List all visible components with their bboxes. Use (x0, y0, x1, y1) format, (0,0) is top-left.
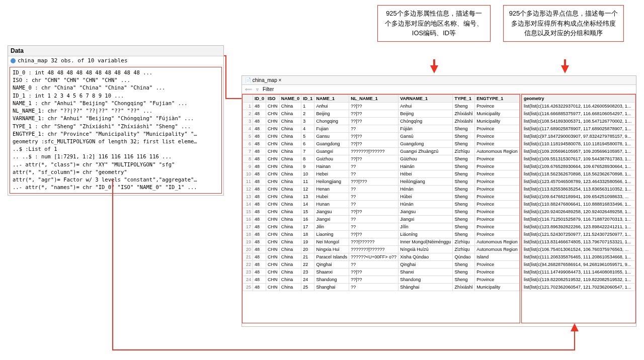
table-row[interactable]: 2148CHNChina21Paracel Islands??????<U+00… (243, 253, 520, 261)
cell: Province (475, 261, 520, 268)
cell: CHN (266, 246, 280, 253)
table-row[interactable]: 948CHNChina9Hainan??HainánShengProvince (243, 163, 520, 170)
geometry-grid[interactable]: geometrylist(list(c(116.426322937012, 11… (521, 94, 636, 323)
table-row[interactable]: list(list(c(109.205696105957, 109.205696… (522, 148, 635, 155)
table-row[interactable]: list(list(c(119.822082519532, 119.822082… (522, 276, 635, 284)
cell: China (279, 186, 301, 193)
table-row[interactable]: 1348CHNChina13Hubei??HúbeiShengProvince (243, 193, 520, 201)
table-row[interactable]: 148CHNChina1Anhui??|??AnhuiShengProvince (243, 103, 520, 110)
table-row[interactable]: 1748CHNChina17Jilin??JílínShengProvince (243, 223, 520, 231)
cell: 23 (243, 268, 253, 276)
table-row[interactable]: list(list(c(109.676528930664, 109.676528… (522, 163, 635, 170)
cell: 12 (301, 186, 314, 193)
cell: ?? (349, 284, 398, 291)
cell: CHN (266, 170, 280, 178)
col-header[interactable]: NL_NAME_1 (349, 95, 398, 103)
table-row[interactable]: 1948CHNChina19Nei Mongol???|??????Inner … (243, 238, 520, 246)
col-header[interactable]: ENGTYPE_1 (475, 95, 520, 103)
col-header[interactable]: VARNAME_1 (398, 95, 453, 103)
cell: 9 (243, 163, 253, 170)
tab-label: china_map (253, 77, 277, 83)
table-row[interactable]: 1448CHNChina14Hunan??HúnánShengProvince (243, 201, 520, 208)
table-row[interactable]: 2248CHNChina22Qinghai??QinghaiShengProvi… (243, 261, 520, 268)
table-row[interactable]: 2548CHNChina25Shanghai??ShànghaiZhíxiásh… (243, 284, 520, 291)
cell: 4 (301, 125, 314, 133)
table-row[interactable]: list(list(c(123.896392822266, 123.898422… (522, 223, 635, 231)
table-row[interactable]: 2048CHNChina20Ningxia Hui???????|??????N… (243, 246, 520, 253)
table-row[interactable]: 448CHNChina4Fujian??FújiànShengProvince (243, 125, 520, 133)
col-header[interactable]: geometry (522, 95, 635, 103)
table-row[interactable]: list(list(c(111.208335876465, 111.208610… (522, 253, 635, 261)
cell: Shandong (314, 276, 349, 284)
table-row[interactable]: 1848CHNChina18Liaoning??|??LiáoníngSheng… (243, 231, 520, 238)
table-row[interactable]: list(list(c(113.825538635254, 113.836563… (522, 186, 635, 193)
table-row[interactable]: list(list(c(109.647682189941, 109.654251… (522, 193, 635, 201)
table-row[interactable]: 548CHNChina5Gansu??|??GansùShengProvince (243, 133, 520, 140)
cell: China (279, 118, 301, 125)
table-row[interactable]: list(list(c(97.1847290003907, 97.8324279… (522, 133, 635, 140)
table-row[interactable]: 1548CHNChina15Jiangsu??|??JiangsuShengPr… (243, 208, 520, 216)
table-row[interactable]: 1248CHNChina12Henan??HénánShengProvince (243, 186, 520, 193)
cell: 48 (253, 170, 266, 178)
col-header[interactable]: ID_0 (253, 95, 266, 103)
table-row[interactable]: 348CHNChina3Chongqing??|??ChóngqìngZhíxi… (243, 118, 520, 125)
col-header[interactable]: ISO (266, 95, 280, 103)
cell: ?? (349, 186, 398, 193)
table-row[interactable]: 848CHNChina8Guizhou??|??GùizhouShengProv… (243, 155, 520, 163)
table-row[interactable]: list(list(c(110.882476806641, 110.888816… (522, 201, 635, 208)
table-row[interactable]: 248CHNChina2Beijing??|??BeijingZhíxiáshì… (243, 110, 520, 118)
cell: 48 (253, 110, 266, 118)
viewer-toolbar: ⟸ ▿ Filter (242, 85, 636, 94)
table-row[interactable]: list(list(c(113.831466674805, 113.796707… (522, 238, 635, 246)
cell: China (279, 125, 301, 133)
geometry-table[interactable]: geometrylist(list(c(116.426322937012, 11… (522, 95, 635, 291)
table-row[interactable]: 648CHNChina6Guangdong??|??GuangdongSheng… (243, 140, 520, 148)
back-icon[interactable]: ⟸ (245, 86, 252, 92)
viewer-tab[interactable]: 📄 china_map × (242, 76, 636, 85)
connector-line (574, 330, 575, 350)
cell: ??|?? (349, 276, 398, 284)
table-row[interactable]: 2348CHNChina23Shaanxi??|??ShanxiShengPro… (243, 268, 520, 276)
filter-label[interactable]: Filter (263, 86, 274, 92)
table-row[interactable]: list(list(c(94.2682876586914, 94.2681961… (522, 261, 635, 268)
col-header[interactable]: NAME_0 (279, 95, 301, 103)
table-row[interactable]: 1048CHNChina10Hebei??HébeiShengProvince (243, 170, 520, 178)
cell: 48 (253, 133, 266, 140)
cell: Chóngqìng (398, 118, 453, 125)
cell: ??|?? (349, 208, 398, 216)
table-row[interactable]: list(list(c(118.562362670898, 118.562362… (522, 170, 635, 178)
expand-icon[interactable] (11, 58, 16, 63)
table-row[interactable]: list(list(c(120.924026489258, 120.924026… (522, 208, 635, 216)
table-row[interactable]: list(list(c(123.457046508789, 123.464332… (522, 178, 635, 186)
table-row[interactable]: 1148CHNChina11Heilongjiang???|???Heilóng… (243, 178, 520, 186)
table-row[interactable]: list(list(c(121.702362060547, 121.702362… (522, 284, 635, 291)
table-row[interactable]: list(list(c(116.712501525879, 116.718872… (522, 216, 635, 223)
table-row[interactable]: list(list(c(109.551315307617, 109.544387… (522, 155, 635, 163)
cell: 11 (243, 178, 253, 186)
cell: Shanghai (314, 284, 349, 291)
table-row[interactable]: list(list(c(108.541893005371, 108.547126… (522, 118, 635, 125)
attributes-grid[interactable]: ID_0ISONAME_0ID_1NAME_1NL_NAME_1VARNAME_… (242, 94, 520, 323)
table-row[interactable]: 2448CHNChina24Shandong??|??ShandongSheng… (243, 276, 520, 284)
table-row[interactable]: 1648CHNChina16Jiangxi??JiangxiShengProvi… (243, 216, 520, 223)
col-header[interactable]: ID_1 (301, 95, 314, 103)
table-row[interactable]: list(list(c(111.147499084473, 111.146408… (522, 268, 635, 276)
data-table[interactable]: ID_0ISONAME_0ID_1NAME_1NL_NAME_1VARNAME_… (243, 95, 520, 291)
table-row[interactable]: list(list(c(116.666885375977, 116.668106… (522, 110, 635, 118)
table-row[interactable]: 748CHNChina7Guangxi???????|??????Guangxi… (243, 148, 520, 155)
cell: China (279, 133, 301, 140)
cell: Heilongjiang (314, 178, 349, 186)
cell: 15 (243, 208, 253, 216)
table-row[interactable]: list(list(c(121.524307250977, 121.524307… (522, 231, 635, 238)
cell: Sheng (453, 178, 475, 186)
col-header[interactable] (243, 95, 253, 103)
col-header[interactable]: TYPE_1 (453, 95, 475, 103)
table-row[interactable]: list(list(c(116.426322937012, 116.426005… (522, 103, 635, 110)
table-row[interactable]: list(list(c(110.118194580078, 110.118194… (522, 140, 635, 148)
filter-icon[interactable]: ▿ (256, 86, 259, 92)
col-header[interactable]: NAME_1 (314, 95, 349, 103)
data-object-row[interactable]: china_map 32 obs. of 10 variables (8, 56, 223, 65)
table-row[interactable]: list(list(c(106.754013061524, 106.760375… (522, 246, 635, 253)
cell: China (279, 276, 301, 284)
table-row[interactable]: list(list(c(117.689025878907, 117.689025… (522, 125, 635, 133)
